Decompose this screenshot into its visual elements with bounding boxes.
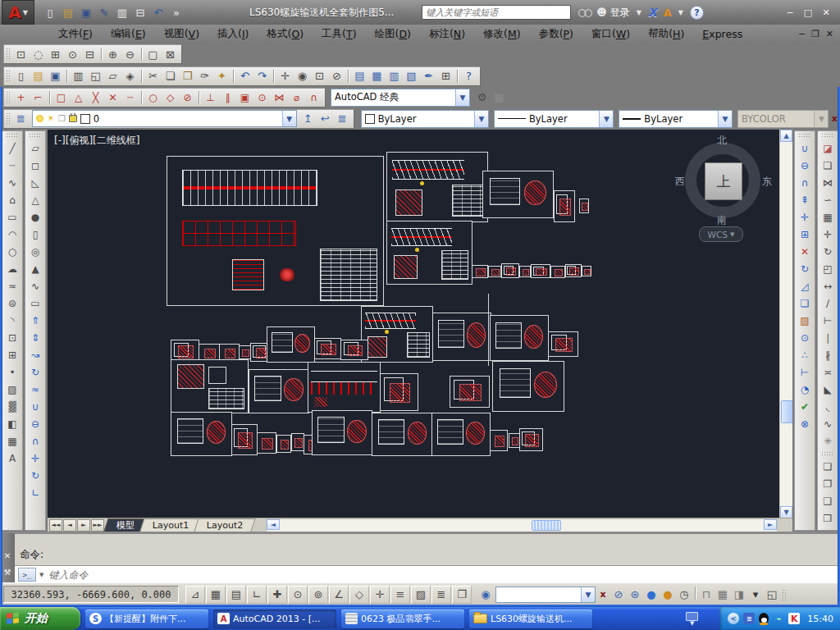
interfere-icon[interactable]: ⊗: [796, 415, 814, 432]
layer-thaw-sun-icon[interactable]: ☀: [47, 113, 55, 124]
toolbar-grip[interactable]: [29, 133, 42, 138]
arc-icon[interactable]: ◠: [3, 226, 21, 243]
command-close-icon[interactable]: ✕: [2, 550, 13, 561]
snap-mode-icon[interactable]: ▦: [206, 586, 226, 604]
chevron-down-icon[interactable]: ▼: [718, 111, 732, 127]
menu-i[interactable]: 插入(I): [208, 25, 258, 43]
new-icon[interactable]: ▯: [41, 4, 59, 21]
object-snap-tracking-icon[interactable]: ∠: [329, 586, 349, 604]
polygon-icon[interactable]: ⌂: [3, 191, 21, 208]
vertical-scroll-thumb[interactable]: [781, 400, 792, 423]
menu-express[interactable]: Express: [693, 25, 751, 43]
imprint-icon[interactable]: ⊙: [796, 329, 814, 346]
snap-intersection-icon[interactable]: ╳: [87, 89, 104, 105]
box-icon[interactable]: ◻: [26, 157, 44, 174]
taskbar-task[interactable]: 0623 极品翡翠手...: [341, 609, 464, 628]
toolbar-grip[interactable]: [821, 451, 834, 456]
status-sphere-orange-icon[interactable]: ●: [660, 587, 676, 602]
last-tab-button[interactable]: ►►: [91, 519, 104, 532]
array-icon[interactable]: ▦: [819, 208, 837, 226]
compass-north-label[interactable]: 北: [717, 134, 727, 148]
coordinates-readout[interactable]: 32360.593, -6669.600, 0.000: [3, 586, 179, 603]
send-to-back-icon[interactable]: ❐: [819, 475, 837, 492]
make-object-layer-current-icon[interactable]: ↥: [299, 111, 317, 126]
zoom-object-icon[interactable]: ⊟: [81, 47, 98, 62]
cut-icon[interactable]: ✂: [144, 68, 162, 84]
annotation-autoscale-icon[interactable]: ⊛: [627, 587, 643, 602]
status-sphere-blue-icon[interactable]: ●: [643, 587, 660, 602]
message-center-tray-icon[interactable]: ≡: [743, 613, 755, 624]
offset-faces-icon[interactable]: ⊞: [796, 226, 814, 243]
snap-nearest-icon[interactable]: ⋈: [271, 89, 288, 105]
color-control-combo[interactable]: ByLayer ▼: [361, 110, 489, 128]
3d-dwf-icon[interactable]: ◈: [121, 68, 139, 84]
wedge-icon[interactable]: ◺: [26, 174, 44, 191]
table-icon[interactable]: ▦: [3, 432, 21, 450]
first-tab-button[interactable]: ◄◄: [49, 519, 62, 532]
paste-icon[interactable]: ❒: [179, 68, 196, 84]
zoom-center-icon[interactable]: ⊙: [64, 47, 81, 62]
copy-icon[interactable]: ❏: [819, 157, 837, 174]
snap-perpendicular-icon[interactable]: ⊥: [202, 89, 219, 105]
horizontal-scroll-thumb[interactable]: [532, 520, 561, 531]
color-faces-icon[interactable]: ▨: [796, 312, 814, 329]
scale-icon[interactable]: ◰: [819, 260, 837, 277]
break-at-point-icon[interactable]: ∣: [819, 329, 837, 346]
menu-p[interactable]: 参数(P): [530, 25, 582, 43]
menu-n[interactable]: 标注(N): [420, 25, 474, 43]
cylinder-icon[interactable]: ▯: [26, 226, 44, 243]
grid-display-icon[interactable]: ▤: [226, 586, 246, 604]
drawing-recovery-icon[interactable]: ◷: [676, 587, 692, 602]
menu-h[interactable]: 帮助(H): [639, 25, 693, 43]
plot-icon[interactable]: ▥: [70, 68, 87, 84]
quick-calc-icon[interactable]: ⊞: [437, 68, 454, 84]
rotate-faces-icon[interactable]: ↻: [796, 260, 814, 277]
subtract-icon[interactable]: ⊖: [796, 157, 814, 174]
snap-from-icon[interactable]: ⌐: [30, 89, 47, 105]
mtext-icon[interactable]: A: [3, 450, 21, 467]
redo-icon[interactable]: ↷: [253, 68, 271, 84]
ortho-mode-icon[interactable]: ∟: [247, 586, 267, 604]
zoom-scale-icon[interactable]: ⊞: [47, 47, 64, 62]
toolbar-grip[interactable]: [821, 133, 834, 138]
snap-extension-icon[interactable]: ┄: [121, 89, 139, 105]
chevron-down-icon[interactable]: ▼: [581, 587, 595, 602]
language-bar-icon[interactable]: ▼: [686, 612, 698, 626]
scroll-left-arrow[interactable]: ◄: [267, 519, 280, 530]
ellipse-arc-icon[interactable]: ◝: [3, 312, 21, 329]
save-as-icon[interactable]: ✎: [95, 4, 113, 21]
qq-tray-icon[interactable]: [759, 613, 769, 624]
command-history[interactable]: 命令:: [15, 534, 839, 565]
pyramid-icon[interactable]: ▲: [26, 260, 44, 277]
extrude-icon[interactable]: ⇑: [26, 312, 44, 329]
3d-object-snap-icon[interactable]: ⊚: [308, 586, 328, 604]
viewport-controls-label[interactable]: [-][俯视][二维线框]: [54, 134, 139, 148]
layer-states-manager-icon[interactable]: ≣: [334, 111, 351, 126]
offset-icon[interactable]: ∽: [819, 191, 837, 208]
blend-curves-icon[interactable]: ∿: [819, 415, 837, 432]
toolbar-grip[interactable]: [798, 133, 811, 138]
hardware-acceleration-icon[interactable]: ▦: [714, 587, 731, 602]
plot-icon[interactable]: ▥: [113, 4, 131, 21]
intersect-icon[interactable]: ∩: [796, 174, 814, 191]
menu-t[interactable]: 工具(T): [313, 25, 365, 43]
prev-tab-button[interactable]: ◄: [63, 519, 76, 532]
kingsoft-tray-icon[interactable]: K: [788, 613, 800, 624]
chevron-down-icon[interactable]: ▼: [39, 572, 43, 578]
layer-combo[interactable]: ☀ ❐ 0 ▼: [32, 110, 297, 127]
explode-icon[interactable]: ✳: [819, 432, 837, 450]
join-icon[interactable]: ≍: [819, 363, 837, 381]
chevron-down-icon[interactable]: ▼: [455, 89, 469, 106]
exchange-apps-icon[interactable]: X: [648, 6, 657, 19]
undo-icon[interactable]: ↶: [236, 68, 253, 84]
layer-properties-icon[interactable]: ≣: [12, 111, 30, 126]
command-grip[interactable]: [3, 538, 11, 543]
revolve-icon[interactable]: ↻: [26, 363, 44, 381]
toolbar-grip[interactable]: [6, 91, 10, 104]
snap-insert-icon[interactable]: ▣: [236, 89, 253, 105]
region-icon[interactable]: ◧: [3, 415, 21, 432]
publish-icon[interactable]: ▱: [104, 68, 121, 84]
intersect-icon[interactable]: ∩: [26, 432, 44, 450]
chevron-down-icon[interactable]: ▼: [599, 111, 613, 127]
compass-east-label[interactable]: 东: [762, 175, 772, 189]
